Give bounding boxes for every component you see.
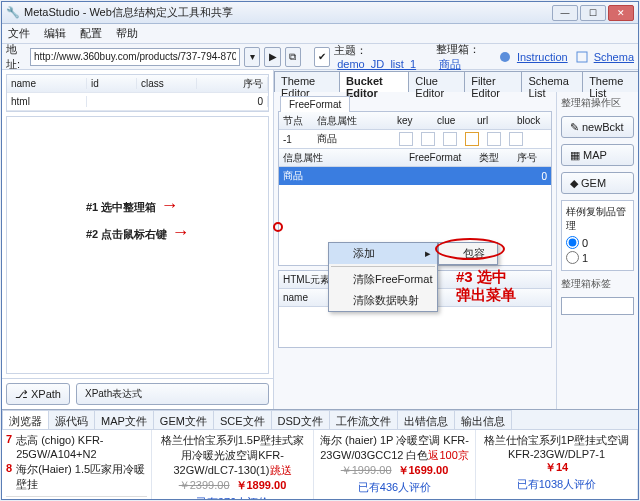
bucket-row-selected[interactable]: 商品 0 <box>279 167 551 185</box>
check-icon-button[interactable]: ✔ <box>314 47 330 67</box>
annotation-3b: 弹出菜单 <box>456 286 516 305</box>
ftab-gem[interactable]: GEM文件 <box>153 410 214 429</box>
tab-schema-list[interactable]: Schema List <box>521 71 583 92</box>
ftab-browser[interactable]: 浏览器 <box>2 410 49 429</box>
ftab-dsd[interactable]: DSD文件 <box>271 410 330 429</box>
table-row[interactable]: html 0 <box>7 93 268 111</box>
close-button[interactable]: ✕ <box>608 5 634 21</box>
submenu-arrow-icon: ▸ <box>425 247 431 260</box>
product-preview: 7志高 (chigo) KFR-25GW/A104+N2 8海尔(Haier) … <box>2 430 638 499</box>
ftab-workflow[interactable]: 工作流文件 <box>329 410 398 429</box>
product-card[interactable]: 格兰仕怡宝系列1.5P壁挂式家用冷暖光波空调KFR-32GW/dLC7-130(… <box>152 430 314 499</box>
maximize-button[interactable]: ☐ <box>580 5 606 21</box>
annotation-1: #1 选中整理箱 → <box>86 195 178 216</box>
topic-link[interactable]: demo_JD_list_1 <box>337 58 416 70</box>
ff-col-node: 节点 <box>279 114 313 128</box>
window-titlebar: 🔧 MetaStudio - Web信息结构定义工具和共享 — ☐ ✕ <box>2 2 638 24</box>
ff-col-info: 信息属性 <box>313 114 393 128</box>
ftab-map[interactable]: MAP文件 <box>94 410 154 429</box>
svg-point-0 <box>500 52 510 62</box>
select-button[interactable]: ⧉ <box>285 47 301 67</box>
addr-dropdown-button[interactable]: ▾ <box>244 47 260 67</box>
freeformat-tab[interactable]: FreeFormat <box>280 96 350 112</box>
menu-config[interactable]: 配置 <box>80 26 102 41</box>
rank-item[interactable]: 8海尔(Haier) 1.5匹家用冷暖壁挂 <box>6 462 147 492</box>
check-icon[interactable] <box>421 132 435 146</box>
tab-theme-editor[interactable]: Theme Editor <box>274 71 340 92</box>
col-seq[interactable]: 序号 <box>197 77 268 91</box>
editor-tabs: Theme Editor Bucket Editor Clue Editor F… <box>274 70 638 92</box>
col-class[interactable]: class <box>137 78 197 89</box>
annotation-circle <box>273 222 283 232</box>
col-id[interactable]: id <box>87 78 137 89</box>
manager-link[interactable]: 商品 <box>439 58 461 70</box>
footer-tabs: 浏览器 源代码 MAP文件 GEM文件 SCE文件 DSD文件 工作流文件 出错… <box>2 410 638 430</box>
bucket-tag-label: 整理箱标签 <box>561 277 634 291</box>
product-card[interactable]: 海尔 (haier) 1P 冷暖空调 KFR-23GW/03GCC12 白色返1… <box>314 430 476 499</box>
radio-0[interactable]: 0 <box>566 236 629 249</box>
context-menu: 添加▸ 清除FreeFormat 清除数据映射 <box>328 242 438 312</box>
ftab-output[interactable]: 输出信息 <box>454 410 512 429</box>
ctx-add[interactable]: 添加▸ <box>329 243 437 264</box>
go-button[interactable]: ▶ <box>264 47 280 67</box>
g-col-type[interactable]: 类型 <box>475 151 513 165</box>
tab-filter-editor[interactable]: Filter Editor <box>464 71 522 92</box>
col-name[interactable]: name <box>7 78 87 89</box>
ff-col-url: url <box>473 115 513 126</box>
xpath-icon: ⎇ <box>15 388 28 401</box>
minimize-button[interactable]: — <box>552 5 578 21</box>
check-icon[interactable] <box>443 132 457 146</box>
menu-bar: 文件 编辑 配置 帮助 <box>2 24 638 44</box>
bucket-tag-input[interactable] <box>561 297 634 315</box>
g-col-info[interactable]: 信息属性 <box>279 151 405 165</box>
app-icon: 🔧 <box>6 6 20 19</box>
svg-rect-1 <box>577 52 587 62</box>
ftab-source[interactable]: 源代码 <box>48 410 95 429</box>
recent-viewed-title: 最近浏览过的商品 <box>6 496 147 499</box>
ff-col-key: key <box>393 115 433 126</box>
instruction-link[interactable]: Instruction <box>499 51 568 63</box>
product-card[interactable]: 格兰仕怡宝系列1P壁挂式空调KFR-23GW/DLP7-1 ￥14 已有1038… <box>476 430 638 499</box>
tab-clue-editor[interactable]: Clue Editor <box>408 71 465 92</box>
new-bucket-button[interactable]: ✎newBckt <box>561 116 634 138</box>
topic-label: 主题： <box>334 44 367 56</box>
check-icon[interactable] <box>487 132 501 146</box>
menu-edit[interactable]: 编辑 <box>44 26 66 41</box>
annotation-3a: #3 选中 <box>456 268 507 287</box>
sample-copy-group: 样例复制品管理 0 1 <box>561 200 634 271</box>
gem-icon: ◆ <box>570 177 578 190</box>
dom-tree[interactable] <box>6 116 269 374</box>
home-icon[interactable] <box>465 132 479 146</box>
ctx-clear-data[interactable]: 清除数据映射 <box>329 290 437 311</box>
radio-1[interactable]: 1 <box>566 251 629 264</box>
ctx-clear-ff[interactable]: 清除FreeFormat <box>329 269 437 290</box>
annotation-oval <box>435 238 505 260</box>
window-title: MetaStudio - Web信息结构定义工具和共享 <box>24 5 233 20</box>
tab-theme-list[interactable]: Theme List <box>582 71 638 92</box>
rank-item[interactable]: 7志高 (chigo) KFR-25GW/A104+N2 <box>6 433 147 460</box>
ftab-error[interactable]: 出错信息 <box>397 410 455 429</box>
xpath-button[interactable]: ⎇XPath <box>6 383 70 405</box>
address-bar: 地址: ▾ ▶ ⧉ ✔ 主题：demo_JD_list_1 整理箱：商品 Ins… <box>2 44 638 70</box>
g-col-ff[interactable]: FreeFormat <box>405 152 475 163</box>
tab-bucket-editor[interactable]: Bucket Editor <box>339 71 409 92</box>
manager-label: 整理箱： <box>436 43 480 55</box>
check-icon[interactable] <box>399 132 413 146</box>
ftab-sce[interactable]: SCE文件 <box>213 410 272 429</box>
gem-button[interactable]: ◆GEM <box>561 172 634 194</box>
ff-col-block: block <box>513 115 544 126</box>
schema-link[interactable]: Schema <box>576 51 634 63</box>
menu-help[interactable]: 帮助 <box>116 26 138 41</box>
dom-table: name id class 序号 html 0 <box>6 74 269 112</box>
ff-row[interactable]: -1 商品 <box>279 130 551 148</box>
xpath-expr-button[interactable]: XPath表达式 <box>76 383 269 405</box>
check-icon[interactable] <box>509 132 523 146</box>
menu-file[interactable]: 文件 <box>8 26 30 41</box>
map-icon: ▦ <box>570 149 580 162</box>
annotation-2: #2 点击鼠标右键 → <box>86 222 189 243</box>
address-label: 地址: <box>6 42 26 72</box>
ff-col-clue: clue <box>433 115 473 126</box>
map-button[interactable]: ▦MAP <box>561 144 634 166</box>
g-col-seq[interactable]: 序号 <box>513 151 551 165</box>
address-input[interactable] <box>30 48 240 66</box>
